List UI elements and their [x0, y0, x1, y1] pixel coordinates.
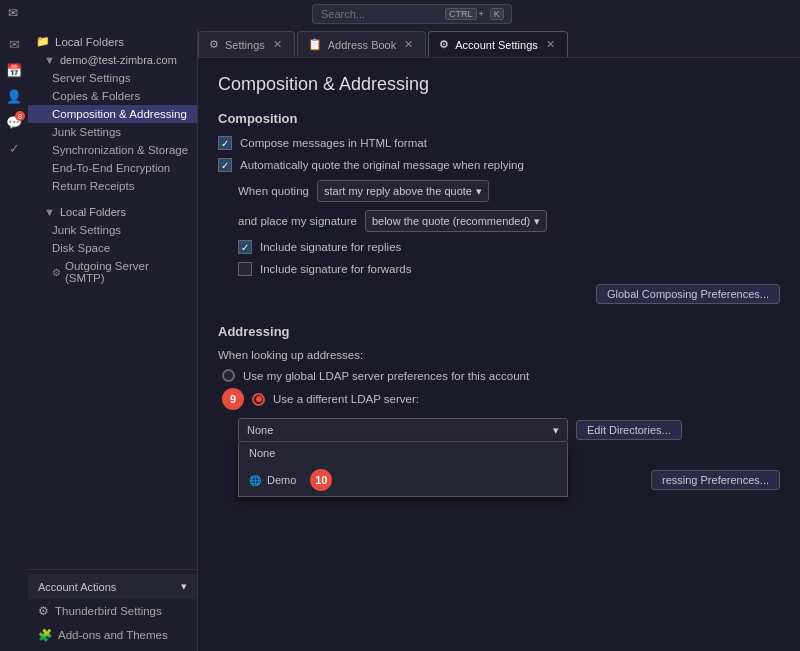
radio-different-ldap[interactable]: [252, 393, 265, 406]
include-sig-replies-row: Include signature for replies: [238, 240, 780, 254]
account-settings-tab-icon: ⚙: [439, 38, 449, 51]
when-looking-label: When looking up addresses:: [218, 349, 780, 361]
sidebar-item-server-settings[interactable]: Server Settings: [28, 69, 197, 87]
include-sig-forwards-row: Include signature for forwards: [238, 262, 780, 276]
sidebar-top-folder[interactable]: 📁 Local Folders: [28, 32, 197, 51]
folder-icon: 📁: [36, 35, 50, 48]
account-actions-button[interactable]: Account Actions ▾: [28, 574, 197, 599]
include-sig-replies-label: Include signature for replies: [260, 241, 401, 253]
sidebar-item-sync[interactable]: Synchronization & Storage: [28, 141, 197, 159]
addressing-section-label: Addressing: [218, 324, 780, 339]
settings-tab-close[interactable]: ✕: [271, 38, 284, 51]
settings-tab-label: Settings: [225, 39, 265, 51]
signature-place-label: and place my signature: [238, 215, 357, 227]
account-arrow-icon: ▼: [44, 54, 55, 66]
tab-account-settings[interactable]: ⚙ Account Settings ✕: [428, 31, 568, 57]
local-folder-arrow-icon: ▼: [44, 206, 55, 218]
page-title: Composition & Addressing: [218, 74, 780, 95]
address-book-tab-label: Address Book: [328, 39, 396, 51]
dropdown-option-demo[interactable]: 🌐 Demo 10: [239, 464, 567, 496]
settings-tab-icon: ⚙: [209, 38, 219, 51]
search-bar[interactable]: CTRL + K: [312, 4, 512, 24]
sidebar-item-outgoing-server[interactable]: ⚙ Outgoing Server (SMTP): [28, 257, 197, 287]
account-settings-tab-label: Account Settings: [455, 39, 538, 51]
nav-chat[interactable]: 💬 8: [2, 110, 26, 134]
tab-settings[interactable]: ⚙ Settings ✕: [198, 31, 295, 57]
sidebar-local-folder-section: ▼ Local Folders Junk Settings Disk Space…: [28, 199, 197, 291]
sidebar-item-copies-folders[interactable]: Copies & Folders: [28, 87, 197, 105]
address-book-tab-close[interactable]: ✕: [402, 38, 415, 51]
ldap-dropdown-list: None 🌐 Demo 10: [238, 442, 568, 497]
chat-badge: 8: [15, 111, 25, 121]
sidebar-item-encryption[interactable]: End-To-End Encryption: [28, 159, 197, 177]
search-input[interactable]: [321, 8, 441, 20]
nav-mail[interactable]: ✉: [2, 32, 26, 56]
global-composing-button[interactable]: Global Composing Preferences...: [596, 284, 780, 304]
sidebar: 📁 Local Folders ▼ demo@test-zimbra.com S…: [28, 28, 198, 651]
sidebar-item-composition[interactable]: Composition & Addressing: [28, 105, 197, 123]
search-kbd-ctrl: CTRL: [445, 8, 477, 20]
sidebar-account-folder[interactable]: ▼ demo@test-zimbra.com: [28, 51, 197, 69]
compose-html-label: Compose messages in HTML format: [240, 137, 427, 149]
step-9-badge: 9: [222, 388, 244, 410]
compose-html-row: Compose messages in HTML format: [218, 136, 780, 150]
ldap-dropdown-row: None ▾ None 🌐 Demo 1: [238, 418, 780, 442]
signature-dropdown[interactable]: below the quote (recommended) ▾: [365, 210, 547, 232]
tab-bar: ⚙ Settings ✕ 📋 Address Book ✕ ⚙ Account …: [198, 28, 800, 58]
sidebar-local-folder-label: Local Folders: [60, 206, 126, 218]
signature-place-row: and place my signature below the quote (…: [238, 210, 780, 232]
nav-tasks[interactable]: ✓: [2, 136, 26, 160]
radio-different-label: Use a different LDAP server:: [273, 393, 419, 405]
search-kbd-k: K: [490, 8, 504, 20]
app-layout: ✉ 📅 👤 💬 8 ✓ 📁 Local Folders ▼ demo@test-…: [0, 28, 800, 651]
auto-quote-row: Automatically quote the original message…: [218, 158, 780, 172]
sidebar-local-folder[interactable]: ▼ Local Folders: [28, 203, 197, 221]
auto-quote-checkbox[interactable]: [218, 158, 232, 172]
sidebar-account-label: demo@test-zimbra.com: [60, 54, 177, 66]
nav-calendar[interactable]: 📅: [2, 58, 26, 82]
radio-different-row-with-badge: 9 Use a different LDAP server:: [222, 388, 780, 410]
when-quoting-label: When quoting: [238, 185, 309, 197]
radio-global-ldap[interactable]: [222, 369, 235, 382]
include-sig-forwards-label: Include signature for forwards: [260, 263, 412, 275]
content-area: Composition & Addressing Composition Com…: [198, 58, 800, 651]
global-composing-row: Global Composing Preferences...: [218, 284, 780, 304]
radio-global-label: Use my global LDAP server preferences fo…: [243, 370, 529, 382]
composition-section-label: Composition: [218, 111, 780, 126]
sidebar-bottom: Account Actions ▾ ⚙ Thunderbird Settings…: [28, 569, 197, 651]
sidebar-item-disk-space[interactable]: Disk Space: [28, 239, 197, 257]
main-area: ⚙ Settings ✕ 📋 Address Book ✕ ⚙ Account …: [198, 28, 800, 651]
include-sig-replies-checkbox[interactable]: [238, 240, 252, 254]
addressing-preferences-button[interactable]: ressing Preferences...: [651, 470, 780, 490]
sidebar-top-section: 📁 Local Folders ▼ demo@test-zimbra.com S…: [28, 28, 197, 199]
sidebar-item-thunderbird-settings[interactable]: ⚙ Thunderbird Settings: [28, 599, 197, 623]
dropdown-option-none[interactable]: None: [239, 442, 567, 464]
compose-html-checkbox[interactable]: [218, 136, 232, 150]
radio-global-row: Use my global LDAP server preferences fo…: [222, 369, 780, 382]
icon-bar: ✉ 📅 👤 💬 8 ✓: [0, 28, 28, 651]
when-quoting-row: When quoting start my reply above the qu…: [238, 180, 780, 202]
ldap-dropdown-trigger[interactable]: None ▾: [238, 418, 568, 442]
address-book-tab-icon: 📋: [308, 38, 322, 51]
ldap-select-wrapper: None ▾ None 🌐 Demo 1: [238, 418, 568, 442]
sidebar-item-local-junk[interactable]: Junk Settings: [28, 221, 197, 239]
quoting-dropdown[interactable]: start my reply above the quote ▾: [317, 180, 489, 202]
step-10-badge: 10: [310, 469, 332, 491]
addressing-section: Addressing When looking up addresses: Us…: [218, 324, 780, 490]
app-icon: ✉: [8, 6, 24, 22]
account-settings-tab-close[interactable]: ✕: [544, 38, 557, 51]
tab-address-book[interactable]: 📋 Address Book ✕: [297, 31, 426, 57]
sidebar-item-return-receipts[interactable]: Return Receipts: [28, 177, 197, 195]
sidebar-item-addons[interactable]: 🧩 Add-ons and Themes: [28, 623, 197, 647]
sidebar-item-junk[interactable]: Junk Settings: [28, 123, 197, 141]
auto-quote-label: Automatically quote the original message…: [240, 159, 524, 171]
titlebar: ✉ CTRL + K: [0, 0, 800, 28]
nav-contacts[interactable]: 👤: [2, 84, 26, 108]
include-sig-forwards-checkbox[interactable]: [238, 262, 252, 276]
edit-directories-button[interactable]: Edit Directories...: [576, 420, 682, 440]
demo-globe-icon: 🌐: [249, 475, 261, 486]
